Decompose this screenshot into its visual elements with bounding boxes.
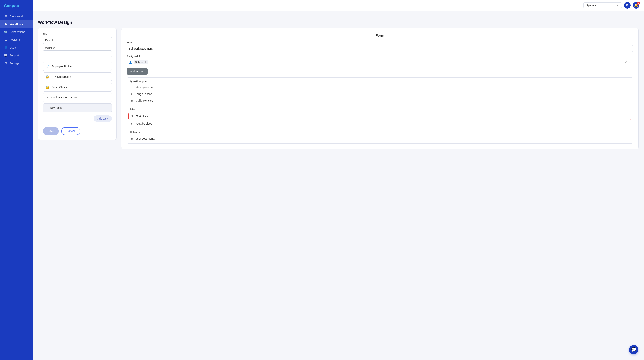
- chat-button[interactable]: 💬: [629, 345, 638, 354]
- workflow-title-input[interactable]: [43, 37, 112, 44]
- notification-badge: 9: [637, 2, 640, 5]
- new-task-icon: ⊞: [46, 106, 48, 110]
- sidebar-item-label: Settings: [10, 62, 19, 65]
- task-label: Nominate Bank Account: [50, 96, 79, 99]
- task-label: TFN Declaration: [51, 75, 71, 78]
- avatar[interactable]: FI: [624, 2, 630, 9]
- notification-button[interactable]: 🔔 9: [633, 2, 640, 9]
- qt-item-multiple-choice[interactable]: ◉ Multiple choice: [127, 97, 633, 104]
- assigned-dropdown-icon[interactable]: ⌄: [628, 60, 631, 64]
- qt-item-short-question[interactable]: — Short question: [127, 84, 633, 91]
- form-title-input[interactable]: [127, 45, 633, 52]
- bank-icon: 🏛: [46, 96, 49, 99]
- form-section-title: Form: [127, 34, 633, 38]
- support-icon: 💬: [4, 54, 8, 57]
- question-type-header: Question type: [127, 78, 633, 84]
- task-item-super-choice[interactable]: 🔐 Super Choice ⋮: [43, 83, 112, 92]
- page-title: Workflow Design: [38, 20, 639, 25]
- right-panel: Form Title Assigned To 👤 Subject ✕ ✕ ⌄ A…: [121, 28, 639, 149]
- task-more-icon[interactable]: ⋮: [106, 64, 109, 69]
- tfn-icon: 🔐: [46, 75, 50, 79]
- divider: [127, 128, 633, 128]
- remove-subject-tag[interactable]: ✕: [144, 61, 146, 63]
- user-docs-icon: ◉: [130, 137, 134, 140]
- task-more-icon[interactable]: ⋮: [106, 95, 109, 100]
- question-type-panel: Question type — Short question ≡ Long qu…: [127, 77, 633, 143]
- youtube-icon: ▶: [130, 122, 134, 125]
- long-question-icon: ≡: [130, 92, 134, 96]
- assigned-to-field[interactable]: 👤 Subject ✕ ✕ ⌄: [127, 59, 633, 65]
- clear-assigned-icon[interactable]: ✕: [625, 61, 627, 64]
- qt-item-youtube-video[interactable]: ▶ Youtube video: [127, 120, 633, 127]
- workflow-description-input[interactable]: [43, 51, 112, 57]
- text-block-icon: T: [131, 115, 134, 118]
- sidebar-item-label: Support: [10, 54, 19, 57]
- space-selector-value: Space X: [586, 4, 596, 7]
- task-list: 📄 Employee Profile ⋮ 🔐 TFN Declaration ⋮: [43, 62, 112, 112]
- sidebar-item-users[interactable]: 👤 Users: [0, 44, 32, 51]
- settings-icon: ⚙: [4, 61, 8, 65]
- positions-icon: 🗂: [4, 38, 8, 42]
- sidebar: Canyou. ⊞ Dashboard ◆ Workflows 🪪 Certif…: [0, 0, 32, 360]
- sidebar-item-label: Dashboard: [10, 15, 23, 18]
- action-buttons: Save Cancel: [43, 127, 112, 135]
- app-logo: Canyou.: [0, 0, 32, 12]
- task-item-tfn-declaration[interactable]: 🔐 TFN Declaration ⋮: [43, 72, 112, 81]
- users-icon: 👤: [4, 46, 8, 49]
- sidebar-item-dashboard[interactable]: ⊞ Dashboard: [0, 12, 32, 20]
- task-label: New Task: [50, 106, 62, 109]
- title-label: Title: [43, 33, 112, 36]
- dashboard-icon: ⊞: [4, 14, 8, 18]
- assigned-to-label: Assigned To: [127, 55, 633, 58]
- sidebar-item-certifications[interactable]: 🪪 Certifications: [0, 28, 32, 36]
- short-question-icon: —: [130, 86, 134, 89]
- uploads-section-header: Uploads: [127, 129, 633, 135]
- space-selector[interactable]: Space X ▼: [584, 3, 622, 8]
- task-more-icon[interactable]: ⋮: [106, 75, 109, 79]
- task-label: Super Choice: [51, 86, 68, 89]
- qt-item-user-documents[interactable]: ◉ User documents: [127, 135, 633, 142]
- description-label: Description: [43, 46, 112, 49]
- person-icon: 👤: [129, 61, 132, 64]
- sidebar-item-workflows[interactable]: ◆ Workflows: [0, 20, 32, 28]
- info-section-header: Info: [127, 106, 633, 112]
- sidebar-item-support[interactable]: 💬 Support: [0, 51, 32, 59]
- task-item-new-task[interactable]: ⊞ New Task ⋮: [43, 103, 112, 112]
- add-task-button[interactable]: Add task: [94, 115, 112, 122]
- form-title-label: Title: [127, 41, 633, 44]
- certifications-icon: 🪪: [4, 30, 8, 34]
- sidebar-item-label: Positions: [10, 38, 20, 41]
- sidebar-item-label: Users: [10, 46, 17, 49]
- divider: [127, 105, 633, 105]
- task-item-nominate-bank[interactable]: 🏛 Nominate Bank Account ⋮: [43, 93, 112, 102]
- task-item-employee-profile[interactable]: 📄 Employee Profile ⋮: [43, 62, 112, 71]
- qt-item-text-block[interactable]: T Text block: [128, 113, 631, 120]
- sidebar-item-label: Certifications: [10, 31, 25, 34]
- main-area: Space X ▼ FI 🔔 9 Workflow Design Title D…: [32, 0, 644, 360]
- sidebar-item-settings[interactable]: ⚙ Settings: [0, 59, 32, 67]
- page-header: Workflow Design: [38, 16, 639, 28]
- workflows-icon: ◆: [4, 22, 8, 26]
- save-button[interactable]: Save: [43, 127, 59, 135]
- sidebar-item-label: Workflows: [10, 23, 23, 26]
- multiple-choice-icon: ◉: [130, 99, 134, 102]
- cancel-button[interactable]: Cancel: [61, 127, 80, 135]
- header: Space X ▼ FI 🔔 9: [32, 0, 644, 11]
- task-label: Employee Profile: [51, 65, 72, 68]
- chevron-down-icon: ▼: [616, 4, 619, 7]
- panels-row: Title Description 📄 Employee Profile ⋮: [38, 28, 639, 360]
- chat-icon: 💬: [631, 347, 636, 352]
- employee-profile-icon: 📄: [46, 65, 50, 68]
- task-more-icon[interactable]: ⋮: [106, 106, 109, 110]
- task-more-icon[interactable]: ⋮: [106, 85, 109, 89]
- sidebar-item-positions[interactable]: 🗂 Positions: [0, 36, 32, 44]
- add-section-button[interactable]: Add section: [127, 68, 148, 75]
- left-panel: Title Description 📄 Employee Profile ⋮: [38, 28, 116, 140]
- qt-item-long-question[interactable]: ≡ Long question: [127, 91, 633, 97]
- sidebar-nav: ⊞ Dashboard ◆ Workflows 🪪 Certifications…: [0, 12, 32, 67]
- super-choice-icon: 🔐: [46, 85, 50, 89]
- content-area: Workflow Design Title Description 📄 Empl…: [32, 11, 644, 360]
- subject-tag: Subject ✕: [134, 60, 148, 64]
